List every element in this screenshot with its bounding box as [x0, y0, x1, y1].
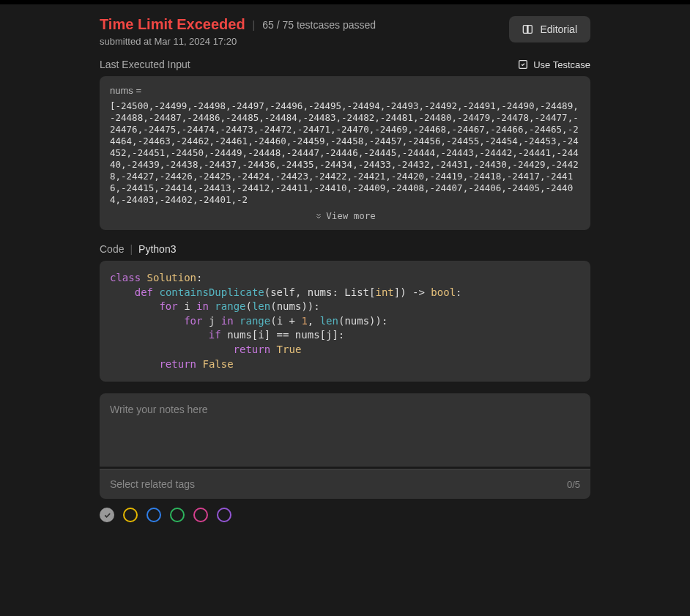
code-label: Code	[100, 243, 124, 255]
editorial-label: Editorial	[540, 23, 577, 35]
view-more-label: View more	[326, 210, 376, 221]
editorial-button[interactable]: Editorial	[509, 16, 590, 42]
testcase-icon	[517, 59, 529, 70]
color-yellow[interactable]	[123, 508, 138, 522]
color-blue[interactable]	[146, 508, 161, 522]
divider: |	[253, 19, 256, 31]
submission-header: Time Limit Exceeded | 65 / 75 testcases …	[100, 16, 590, 47]
code-panel: class Solution: def containsDuplicate(se…	[100, 261, 590, 382]
color-gray-check[interactable]	[100, 508, 114, 522]
color-green[interactable]	[170, 508, 185, 522]
notes-textarea[interactable]	[100, 393, 590, 467]
use-testcase-label: Use Testcase	[533, 59, 590, 70]
submitted-time: submitted at Mar 11, 2024 17:20	[100, 36, 509, 47]
nums-value: [-24500,-24499,-24498,-24497,-24496,-244…	[110, 100, 580, 206]
color-picker	[100, 508, 590, 522]
view-more-button[interactable]: View more	[110, 210, 580, 221]
language-label: Python3	[138, 243, 176, 255]
color-purple[interactable]	[217, 508, 231, 522]
testcase-count: 65 / 75 testcases passed	[262, 19, 376, 31]
check-icon	[103, 511, 111, 519]
last-executed-label: Last Executed Input	[100, 59, 190, 70]
tags-label: Select related tags	[110, 478, 195, 490]
divider: |	[130, 243, 133, 255]
tags-count: 0/5	[567, 479, 580, 490]
chevron-double-down-icon	[314, 212, 323, 220]
color-pink[interactable]	[193, 508, 208, 522]
input-panel: nums = [-24500,-24499,-24498,-24497,-244…	[100, 76, 590, 230]
nums-label: nums =	[110, 85, 580, 96]
code-block: class Solution: def containsDuplicate(se…	[110, 271, 580, 371]
use-testcase-button[interactable]: Use Testcase	[517, 59, 590, 70]
tags-row[interactable]: Select related tags 0/5	[100, 469, 590, 499]
book-icon	[522, 23, 534, 35]
status-text: Time Limit Exceeded	[100, 16, 245, 33]
